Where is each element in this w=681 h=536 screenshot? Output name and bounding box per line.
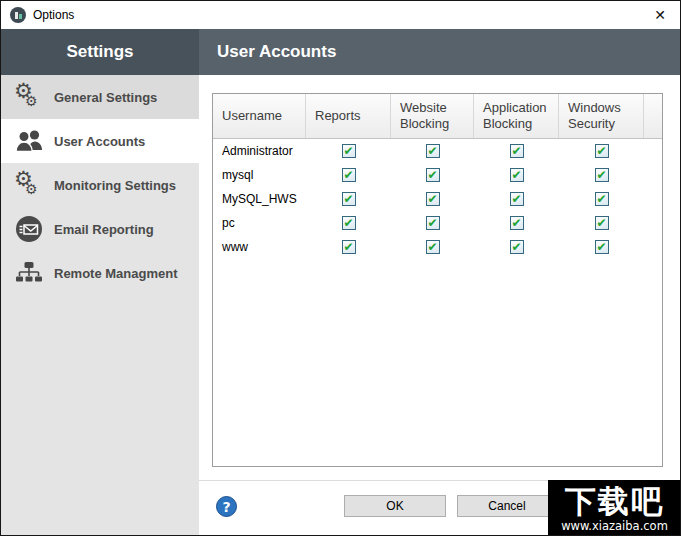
sidebar-item-label: User Accounts	[54, 134, 145, 149]
table-row: MySQL_HWS	[213, 187, 662, 211]
row-checkbox[interactable]	[595, 240, 609, 254]
application-blocking-cell	[474, 240, 559, 254]
watermark: 下载吧 www.xiazaiba.com	[548, 480, 681, 536]
user-accounts-table: Username Reports Website Blocking Applic…	[212, 93, 663, 467]
help-button[interactable]: ?	[216, 496, 237, 517]
ok-button[interactable]: OK	[344, 495, 446, 517]
sidebar-item-general-settings[interactable]: ⚙⚙ General Settings	[1, 75, 199, 119]
row-checkbox[interactable]	[510, 144, 524, 158]
sidebar-item-label: Email Reporting	[54, 222, 154, 237]
row-checkbox[interactable]	[510, 192, 524, 206]
sidebar-item-monitoring-settings[interactable]: ⚙⚙ Monitoring Settings	[1, 163, 199, 207]
application-blocking-cell	[474, 192, 559, 206]
row-checkbox[interactable]	[426, 192, 440, 206]
row-checkbox[interactable]	[426, 240, 440, 254]
reports-cell	[306, 240, 391, 254]
windows-security-cell	[559, 216, 644, 230]
windows-security-cell	[559, 168, 644, 182]
username-cell: pc	[213, 216, 306, 230]
sidebar-item-email-reporting[interactable]: Email Reporting	[1, 207, 199, 251]
gears-icon: ⚙⚙	[13, 81, 45, 113]
website-blocking-cell	[391, 216, 474, 230]
table-row: pc	[213, 211, 662, 235]
table-row: www	[213, 235, 662, 259]
windows-security-cell	[559, 240, 644, 254]
row-checkbox[interactable]	[426, 144, 440, 158]
sidebar-item-label: General Settings	[54, 90, 157, 105]
row-checkbox[interactable]	[342, 144, 356, 158]
website-blocking-cell	[391, 144, 474, 158]
website-blocking-cell	[391, 192, 474, 206]
header-band: Settings User Accounts	[1, 29, 680, 75]
page-title: User Accounts	[199, 29, 680, 75]
table-header-row: Username Reports Website Blocking Applic…	[213, 94, 662, 139]
row-checkbox[interactable]	[426, 216, 440, 230]
row-checkbox[interactable]	[595, 192, 609, 206]
watermark-url: www.xiazaiba.com	[561, 517, 668, 536]
row-checkbox[interactable]	[342, 240, 356, 254]
column-header-username[interactable]: Username	[213, 94, 306, 138]
row-checkbox[interactable]	[510, 216, 524, 230]
sidebar-item-label: Remote Managment	[54, 266, 178, 281]
watermark-text: 下载吧	[565, 486, 664, 517]
gears-icon: ⚙⚙	[13, 169, 45, 201]
user-accounts-panel: Username Reports Website Blocking Applic…	[199, 75, 680, 535]
row-checkbox[interactable]	[595, 144, 609, 158]
row-checkbox[interactable]	[342, 168, 356, 182]
row-checkbox[interactable]	[595, 168, 609, 182]
row-checkbox[interactable]	[342, 216, 356, 230]
reports-cell	[306, 216, 391, 230]
cancel-button[interactable]: Cancel	[457, 495, 557, 517]
reports-cell	[306, 168, 391, 182]
username-cell: MySQL_HWS	[213, 192, 306, 206]
table-body: Administrator mysql MySQL_HWS	[213, 139, 662, 466]
options-dialog: Options ✕ Settings User Accounts ⚙⚙ Gene…	[0, 0, 681, 536]
website-blocking-cell	[391, 168, 474, 182]
reports-cell	[306, 144, 391, 158]
windows-security-cell	[559, 192, 644, 206]
row-checkbox[interactable]	[510, 168, 524, 182]
application-blocking-cell	[474, 168, 559, 182]
username-cell: Administrator	[213, 144, 306, 158]
users-icon	[13, 125, 45, 157]
app-chart-icon	[10, 7, 26, 23]
windows-security-cell	[559, 144, 644, 158]
application-blocking-cell	[474, 216, 559, 230]
column-header-filler	[644, 94, 662, 138]
email-icon	[13, 213, 45, 245]
sidebar-item-user-accounts[interactable]: User Accounts	[1, 119, 199, 163]
column-header-windows-security[interactable]: Windows Security	[559, 94, 644, 138]
settings-sidebar: ⚙⚙ General Settings User Accounts	[1, 75, 199, 535]
table-row: mysql	[213, 163, 662, 187]
username-cell: www	[213, 240, 306, 254]
sidebar-item-label: Monitoring Settings	[54, 178, 176, 193]
website-blocking-cell	[391, 240, 474, 254]
row-checkbox[interactable]	[510, 240, 524, 254]
window-title: Options	[33, 8, 74, 22]
sidebar-item-remote-managment[interactable]: Remote Managment	[1, 251, 199, 295]
sidebar-header-title: Settings	[1, 29, 199, 75]
row-checkbox[interactable]	[595, 216, 609, 230]
reports-cell	[306, 192, 391, 206]
close-icon[interactable]: ✕	[649, 4, 671, 26]
row-checkbox[interactable]	[342, 192, 356, 206]
column-header-application-blocking[interactable]: Application Blocking	[474, 94, 559, 138]
network-icon	[13, 257, 45, 289]
column-header-reports[interactable]: Reports	[306, 94, 391, 138]
row-checkbox[interactable]	[426, 168, 440, 182]
column-header-website-blocking[interactable]: Website Blocking	[391, 94, 474, 138]
title-bar: Options ✕	[1, 1, 680, 29]
username-cell: mysql	[213, 168, 306, 182]
table-row: Administrator	[213, 139, 662, 163]
application-blocking-cell	[474, 144, 559, 158]
